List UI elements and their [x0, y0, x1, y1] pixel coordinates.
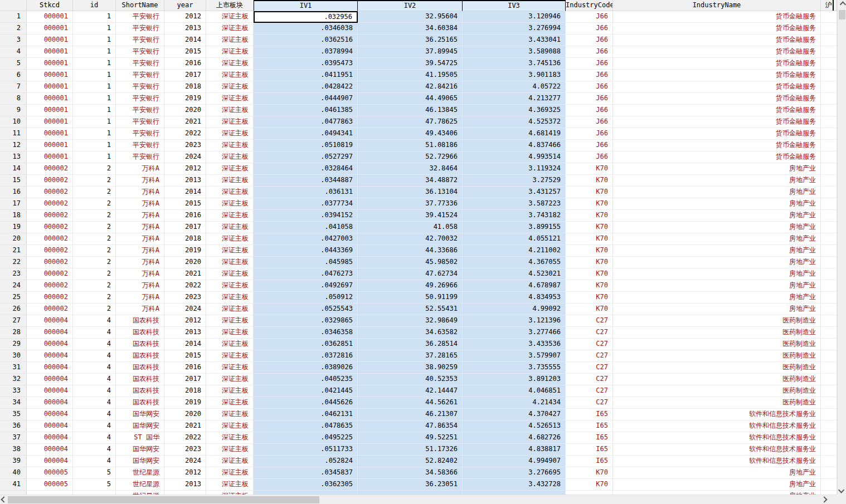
cell-iv3[interactable]: 4.526513 [463, 420, 566, 432]
cell-iv1[interactable]: .032956 [254, 11, 358, 23]
cell-stkcd[interactable]: 000001 [27, 11, 73, 23]
cell-board[interactable]: 深证主板 [206, 397, 254, 409]
cell-stkcd[interactable]: 000004 [27, 409, 73, 420]
cell-id[interactable]: 2 [73, 268, 116, 280]
cell-iname[interactable]: 货币金融服务 [613, 140, 821, 151]
cell-shortname[interactable]: 国华网安 [116, 409, 164, 420]
cell-iname[interactable]: 货币金融服务 [613, 23, 821, 35]
row-number[interactable]: 25 [0, 292, 27, 304]
cell-year[interactable]: 2023 [164, 444, 206, 456]
cell-icode[interactable]: K70 [566, 198, 613, 210]
cell-partial[interactable] [821, 222, 837, 233]
cell-iv3[interactable]: 3.27529 [463, 175, 566, 187]
cell-id[interactable]: 1 [73, 11, 116, 23]
cell-board[interactable]: 深证主板 [206, 420, 254, 432]
cell-partial[interactable] [821, 420, 837, 432]
cell-icode[interactable]: K70 [566, 175, 613, 187]
cell-board[interactable]: 深证主板 [206, 374, 254, 385]
row-number[interactable]: 7 [0, 81, 27, 93]
cell-partial[interactable] [821, 46, 837, 58]
cell-iname[interactable]: 房地产业 [613, 175, 821, 187]
cell-icode[interactable]: J66 [566, 46, 613, 58]
cell-iv3[interactable]: 3.121396 [463, 315, 566, 327]
cell-board[interactable]: 深证主板 [206, 58, 254, 70]
cell-iv1[interactable]: .0394152 [254, 210, 358, 222]
row-number[interactable]: 15 [0, 175, 27, 187]
cell-iv3[interactable]: 3.431257 [463, 187, 566, 198]
row-number[interactable]: 16 [0, 187, 27, 198]
cell-shortname[interactable]: 万科A [116, 304, 164, 315]
cell-icode[interactable]: K70 [566, 304, 613, 315]
cell-shortname[interactable]: 万科A [116, 245, 164, 257]
row-number[interactable]: 20 [0, 233, 27, 245]
cell-year[interactable]: 2021 [164, 268, 206, 280]
cell-iv2[interactable]: 36.28514 [358, 339, 463, 350]
cell-stkcd[interactable]: 000001 [27, 23, 73, 35]
cell-iv3[interactable] [463, 491, 566, 495]
cell-iv3[interactable]: 4.525372 [463, 116, 566, 128]
row-number[interactable]: 22 [0, 257, 27, 268]
cell-iname[interactable]: 医药制造业 [613, 374, 821, 385]
cell-board[interactable]: 深证主板 [206, 245, 254, 257]
cell-iv2[interactable]: 37.77336 [358, 198, 463, 210]
cell-shortname[interactable]: 国农科技 [116, 362, 164, 374]
cell-shortname[interactable]: 平安银行 [116, 128, 164, 140]
cell-partial[interactable] [821, 233, 837, 245]
row-number[interactable]: 3 [0, 35, 27, 46]
cell-partial[interactable] [821, 257, 837, 268]
cell-iv3[interactable]: 3.277466 [463, 327, 566, 339]
cell-iv1[interactable]: .0462131 [254, 409, 358, 420]
column-header-board[interactable]: 上市板块 [206, 0, 254, 11]
cell-iv3[interactable]: 4.370427 [463, 409, 566, 420]
cell-icode[interactable]: K70 [566, 479, 613, 491]
cell-stkcd[interactable]: 000001 [27, 116, 73, 128]
cell-iv3[interactable]: 4.993514 [463, 151, 566, 163]
cell-year[interactable]: 2013 [164, 23, 206, 35]
cell-iname[interactable]: 医药制造业 [613, 315, 821, 327]
cell-board[interactable]: 深证主板 [206, 93, 254, 105]
cell-id[interactable]: 1 [73, 105, 116, 116]
row-number[interactable]: 32 [0, 374, 27, 385]
row-number[interactable]: 10 [0, 116, 27, 128]
cell-stkcd[interactable]: 000001 [27, 81, 73, 93]
cell-shortname[interactable]: 平安银行 [116, 11, 164, 23]
row-number[interactable]: 21 [0, 245, 27, 257]
cell-board[interactable]: 深证主板 [206, 362, 254, 374]
cell-iv1[interactable]: .0525543 [254, 304, 358, 315]
cell-icode[interactable]: I65 [566, 444, 613, 456]
cell-id[interactable]: 1 [73, 70, 116, 81]
scroll-down-button[interactable] [838, 486, 846, 495]
cell-iv1[interactable]: .041058 [254, 222, 358, 233]
cell-shortname[interactable]: 平安银行 [116, 93, 164, 105]
cell-board[interactable]: 深证主板 [206, 187, 254, 198]
cell-iv2[interactable]: 36.25165 [358, 35, 463, 46]
cell-iv2[interactable]: 49.43406 [358, 128, 463, 140]
cell-board[interactable]: 深证主板 [206, 280, 254, 292]
cell-year[interactable]: 2013 [164, 175, 206, 187]
cell-iv1[interactable]: .0511733 [254, 444, 358, 456]
cell-iv2[interactable]: 34.48872 [358, 175, 463, 187]
cell-iv1[interactable]: .0346358 [254, 327, 358, 339]
cell-icode[interactable]: J66 [566, 58, 613, 70]
cell-iname[interactable]: 货币金融服务 [613, 105, 821, 116]
cell-shortname[interactable]: 万科A [116, 210, 164, 222]
cell-stkcd[interactable]: 000004 [27, 385, 73, 397]
cell-iv2[interactable]: 38.90259 [358, 362, 463, 374]
cell-id[interactable] [73, 491, 116, 495]
cell-id[interactable]: 2 [73, 222, 116, 233]
row-number[interactable]: 14 [0, 163, 27, 175]
cell-iv1[interactable]: .0443369 [254, 245, 358, 257]
row-number[interactable]: 27 [0, 315, 27, 327]
cell-shortname[interactable]: 国农科技 [116, 374, 164, 385]
cell-partial[interactable] [821, 315, 837, 327]
cell-icode[interactable]: C27 [566, 374, 613, 385]
cell-board[interactable]: 深证主板 [206, 210, 254, 222]
cell-iv3[interactable]: 4.678987 [463, 280, 566, 292]
cell-board[interactable]: 深证主板 [206, 222, 254, 233]
row-number[interactable]: 36 [0, 420, 27, 432]
cell-icode[interactable]: C27 [566, 362, 613, 374]
cell-board[interactable]: 深证主板 [206, 163, 254, 175]
cell-icode[interactable] [566, 491, 613, 495]
cell-icode[interactable]: K70 [566, 233, 613, 245]
cell-iv3[interactable]: 4.046851 [463, 385, 566, 397]
